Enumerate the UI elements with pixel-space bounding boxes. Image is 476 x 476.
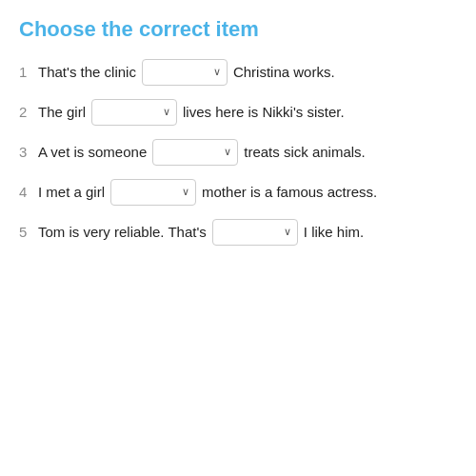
question-before-2: The girl [38, 101, 86, 124]
question-before-5: Tom is very reliable. That's [38, 221, 207, 244]
select-4[interactable]: whosewhowhichthat [119, 185, 189, 200]
dropdown-4[interactable]: whosewhowhichthat∨ [110, 179, 196, 206]
question-before-1: That's the clinic [38, 61, 136, 84]
question-1: 1That's the clinicwherewhichwhothat∨Chri… [19, 59, 457, 86]
dropdown-5[interactable]: whywherewhowhich∨ [212, 219, 298, 246]
question-number-3: 3 [19, 141, 32, 164]
select-3[interactable]: whowhichwherethat [161, 145, 231, 160]
select-1[interactable]: wherewhichwhothat [150, 65, 221, 80]
question-number-1: 1 [19, 61, 32, 84]
question-after-2: lives here is Nikki's sister. [183, 101, 345, 124]
question-after-1: Christina works. [233, 61, 335, 84]
question-number-4: 4 [19, 181, 32, 204]
select-5[interactable]: whywherewhowhich [221, 225, 291, 240]
question-before-3: A vet is someone [38, 141, 147, 164]
question-after-3: treats sick animals. [244, 141, 366, 164]
question-3: 3A vet is someonewhowhichwherethat∨treat… [19, 139, 457, 166]
question-number-2: 2 [19, 101, 32, 124]
question-before-4: I met a girl [38, 181, 105, 204]
question-5: 5Tom is very reliable. That'swhywherewho… [19, 219, 457, 246]
select-2[interactable]: whowhichwherethat [100, 105, 170, 120]
question-after-5: I like him. [304, 221, 364, 244]
page-title: Choose the correct item [19, 17, 457, 42]
dropdown-1[interactable]: wherewhichwhothat∨ [142, 59, 228, 86]
dropdown-2[interactable]: whowhichwherethat∨ [91, 99, 177, 126]
question-after-4: mother is a famous actress. [202, 181, 377, 204]
question-2: 2The girlwhowhichwherethat∨lives here is… [19, 99, 457, 126]
question-number-5: 5 [19, 221, 32, 244]
dropdown-3[interactable]: whowhichwherethat∨ [152, 139, 238, 166]
question-4: 4I met a girlwhosewhowhichthat∨mother is… [19, 179, 457, 206]
